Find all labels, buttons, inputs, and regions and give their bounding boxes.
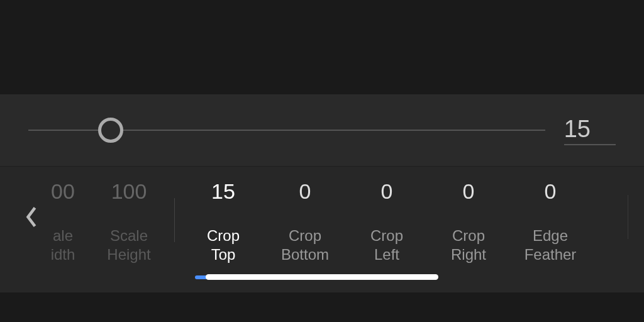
param-value: 0 [463,179,475,204]
param-edge-feather[interactable]: 0 Edge Feather [509,179,591,264]
param-crop-right[interactable]: 0 Crop Right [428,179,509,264]
preview-area [0,0,644,94]
parameters-row[interactable]: 00 ale idth 100 Scale Height 15 Crop Top… [0,179,644,264]
param-crop-bottom[interactable]: 0 Crop Bottom [264,179,346,264]
parameters-panel: 00 ale idth 100 Scale Height 15 Crop Top… [0,167,644,292]
divider [174,198,175,242]
param-value: 00 [51,179,75,204]
slider-track[interactable] [28,118,545,143]
param-crop-top[interactable]: 15 Crop Top [182,179,264,264]
param-label: ale idth [51,226,75,264]
param-label: Crop Right [451,226,486,264]
param-value: 15 [211,179,235,204]
divider [628,195,628,239]
param-value: 100 [111,179,147,204]
param-value: 0 [299,179,311,204]
scroll-indicator[interactable] [206,274,438,280]
param-label: Crop Top [207,226,240,264]
param-label: Crop Left [370,226,403,264]
slider-handle[interactable] [98,118,123,143]
param-label: Edge Feather [525,226,577,264]
param-scale-width[interactable]: 00 ale idth [35,179,91,264]
param-crop-left[interactable]: 0 Crop Left [346,179,428,264]
param-label: Scale Height [107,226,150,264]
param-value: 0 [545,179,557,204]
slider-value[interactable]: 15 [564,116,616,145]
param-label: Crop Bottom [281,226,329,264]
param-scale-height[interactable]: 100 Scale Height [91,179,167,264]
param-value: 0 [381,179,393,204]
slider-panel: 15 [0,94,644,167]
